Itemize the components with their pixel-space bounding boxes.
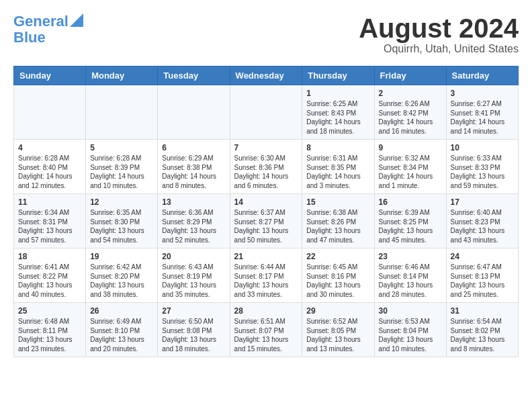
cell-content: Sunrise: 6:53 AM Sunset: 8:04 PM Dayligh… xyxy=(379,317,442,353)
calendar-cell xyxy=(86,85,158,140)
day-number: 24 xyxy=(451,252,514,261)
calendar-cell: 30Sunrise: 6:53 AM Sunset: 8:04 PM Dayli… xyxy=(374,303,446,357)
calendar-cell: 29Sunrise: 6:52 AM Sunset: 8:05 PM Dayli… xyxy=(302,303,374,357)
day-number: 14 xyxy=(234,197,298,207)
calendar-cell: 23Sunrise: 6:46 AM Sunset: 8:14 PM Dayli… xyxy=(374,248,446,303)
cell-content: Sunrise: 6:50 AM Sunset: 8:08 PM Dayligh… xyxy=(162,317,225,353)
cell-content: Sunrise: 6:51 AM Sunset: 8:07 PM Dayligh… xyxy=(234,317,298,353)
day-number: 29 xyxy=(306,306,369,316)
calendar-cell: 15Sunrise: 6:38 AM Sunset: 8:26 PM Dayli… xyxy=(302,194,374,248)
calendar-header-row: SundayMondayTuesdayWednesdayThursdayFrid… xyxy=(14,66,519,85)
calendar-cell: 31Sunrise: 6:54 AM Sunset: 8:02 PM Dayli… xyxy=(446,303,518,357)
day-header-wednesday: Wednesday xyxy=(230,66,302,85)
cell-content: Sunrise: 6:41 AM Sunset: 8:22 PM Dayligh… xyxy=(18,263,81,299)
logo-triangle-icon xyxy=(70,13,83,27)
day-number: 28 xyxy=(234,306,298,316)
cell-content: Sunrise: 6:35 AM Sunset: 8:30 PM Dayligh… xyxy=(90,208,153,244)
calendar-cell: 10Sunrise: 6:33 AM Sunset: 8:33 PM Dayli… xyxy=(446,140,518,194)
day-number: 7 xyxy=(234,143,298,152)
day-number: 31 xyxy=(451,306,514,316)
day-number: 22 xyxy=(306,252,369,261)
calendar-cell: 9Sunrise: 6:32 AM Sunset: 8:34 PM Daylig… xyxy=(374,140,446,194)
calendar-cell: 22Sunrise: 6:45 AM Sunset: 8:16 PM Dayli… xyxy=(302,248,374,303)
cell-content: Sunrise: 6:52 AM Sunset: 8:05 PM Dayligh… xyxy=(306,317,369,353)
cell-content: Sunrise: 6:33 AM Sunset: 8:33 PM Dayligh… xyxy=(451,154,514,190)
calendar-cell: 27Sunrise: 6:50 AM Sunset: 8:08 PM Dayli… xyxy=(158,303,230,357)
logo-text-general: General xyxy=(13,13,69,30)
calendar-cell: 14Sunrise: 6:37 AM Sunset: 8:27 PM Dayli… xyxy=(230,194,302,248)
day-number: 3 xyxy=(451,89,514,98)
calendar-cell: 28Sunrise: 6:51 AM Sunset: 8:07 PM Dayli… xyxy=(230,303,302,357)
cell-content: Sunrise: 6:45 AM Sunset: 8:16 PM Dayligh… xyxy=(306,263,369,299)
calendar-week-row: 1Sunrise: 6:25 AM Sunset: 8:43 PM Daylig… xyxy=(14,85,519,140)
calendar-cell: 2Sunrise: 6:26 AM Sunset: 8:42 PM Daylig… xyxy=(374,85,446,140)
day-header-saturday: Saturday xyxy=(446,66,518,85)
day-header-tuesday: Tuesday xyxy=(158,66,230,85)
cell-content: Sunrise: 6:28 AM Sunset: 8:39 PM Dayligh… xyxy=(90,154,153,190)
calendar-cell: 4Sunrise: 6:28 AM Sunset: 8:40 PM Daylig… xyxy=(14,140,86,194)
calendar-cell: 25Sunrise: 6:48 AM Sunset: 8:11 PM Dayli… xyxy=(14,303,86,357)
calendar-cell: 1Sunrise: 6:25 AM Sunset: 8:43 PM Daylig… xyxy=(302,85,374,140)
calendar-cell: 16Sunrise: 6:39 AM Sunset: 8:25 PM Dayli… xyxy=(374,194,446,248)
cell-content: Sunrise: 6:42 AM Sunset: 8:20 PM Dayligh… xyxy=(90,263,153,299)
calendar-cell: 8Sunrise: 6:31 AM Sunset: 8:35 PM Daylig… xyxy=(302,140,374,194)
day-number: 27 xyxy=(162,306,225,316)
calendar-cell: 6Sunrise: 6:29 AM Sunset: 8:38 PM Daylig… xyxy=(158,140,230,194)
day-number: 26 xyxy=(90,306,153,316)
cell-content: Sunrise: 6:39 AM Sunset: 8:25 PM Dayligh… xyxy=(379,208,442,244)
calendar-cell: 13Sunrise: 6:36 AM Sunset: 8:29 PM Dayli… xyxy=(158,194,230,248)
cell-content: Sunrise: 6:25 AM Sunset: 8:43 PM Dayligh… xyxy=(306,99,369,136)
calendar-cell: 20Sunrise: 6:43 AM Sunset: 8:19 PM Dayli… xyxy=(158,248,230,303)
day-header-monday: Monday xyxy=(86,66,158,85)
calendar-cell: 19Sunrise: 6:42 AM Sunset: 8:20 PM Dayli… xyxy=(86,248,158,303)
calendar-table: SundayMondayTuesdayWednesdayThursdayFrid… xyxy=(13,66,519,357)
day-number: 8 xyxy=(306,143,369,152)
calendar-cell: 5Sunrise: 6:28 AM Sunset: 8:39 PM Daylig… xyxy=(86,140,158,194)
cell-content: Sunrise: 6:31 AM Sunset: 8:35 PM Dayligh… xyxy=(306,154,369,190)
cell-content: Sunrise: 6:48 AM Sunset: 8:11 PM Dayligh… xyxy=(18,317,81,353)
cell-content: Sunrise: 6:29 AM Sunset: 8:38 PM Dayligh… xyxy=(162,154,225,190)
cell-content: Sunrise: 6:36 AM Sunset: 8:29 PM Dayligh… xyxy=(162,208,225,244)
cell-content: Sunrise: 6:28 AM Sunset: 8:40 PM Dayligh… xyxy=(18,154,81,190)
logo: General Blue xyxy=(13,13,83,46)
cell-content: Sunrise: 6:43 AM Sunset: 8:19 PM Dayligh… xyxy=(162,263,225,299)
calendar-week-row: 4Sunrise: 6:28 AM Sunset: 8:40 PM Daylig… xyxy=(14,140,519,194)
calendar-cell xyxy=(14,85,86,140)
location-title: Oquirrh, Utah, United States xyxy=(359,43,519,55)
cell-content: Sunrise: 6:26 AM Sunset: 8:42 PM Dayligh… xyxy=(379,99,442,136)
day-header-thursday: Thursday xyxy=(302,66,374,85)
day-number: 13 xyxy=(162,197,225,207)
cell-content: Sunrise: 6:47 AM Sunset: 8:13 PM Dayligh… xyxy=(451,263,514,299)
day-number: 16 xyxy=(379,197,442,207)
day-number: 15 xyxy=(306,197,369,207)
day-number: 12 xyxy=(90,197,153,207)
calendar-cell: 24Sunrise: 6:47 AM Sunset: 8:13 PM Dayli… xyxy=(446,248,518,303)
calendar-cell: 7Sunrise: 6:30 AM Sunset: 8:36 PM Daylig… xyxy=(230,140,302,194)
day-number: 25 xyxy=(18,306,81,316)
day-number: 1 xyxy=(306,89,369,98)
day-number: 9 xyxy=(379,143,442,152)
day-number: 10 xyxy=(451,143,514,152)
title-area: August 2024 Oquirrh, Utah, United States xyxy=(359,13,519,55)
cell-content: Sunrise: 6:38 AM Sunset: 8:26 PM Dayligh… xyxy=(306,208,369,244)
day-number: 2 xyxy=(379,89,442,98)
day-number: 19 xyxy=(90,252,153,261)
calendar-week-row: 11Sunrise: 6:34 AM Sunset: 8:31 PM Dayli… xyxy=(14,194,519,248)
day-number: 11 xyxy=(18,197,81,207)
day-number: 4 xyxy=(18,143,81,152)
calendar-week-row: 18Sunrise: 6:41 AM Sunset: 8:22 PM Dayli… xyxy=(14,248,519,303)
calendar-cell xyxy=(230,85,302,140)
day-header-friday: Friday xyxy=(374,66,446,85)
day-header-sunday: Sunday xyxy=(14,66,86,85)
logo-text-blue: Blue xyxy=(13,30,46,46)
calendar-cell: 12Sunrise: 6:35 AM Sunset: 8:30 PM Dayli… xyxy=(86,194,158,248)
day-number: 17 xyxy=(451,197,514,207)
calendar-week-row: 25Sunrise: 6:48 AM Sunset: 8:11 PM Dayli… xyxy=(14,303,519,357)
day-number: 18 xyxy=(18,252,81,261)
cell-content: Sunrise: 6:40 AM Sunset: 8:23 PM Dayligh… xyxy=(451,208,514,244)
calendar-cell: 11Sunrise: 6:34 AM Sunset: 8:31 PM Dayli… xyxy=(14,194,86,248)
month-title: August 2024 xyxy=(359,13,519,43)
cell-content: Sunrise: 6:46 AM Sunset: 8:14 PM Dayligh… xyxy=(379,263,442,299)
calendar-cell: 17Sunrise: 6:40 AM Sunset: 8:23 PM Dayli… xyxy=(446,194,518,248)
calendar-cell: 3Sunrise: 6:27 AM Sunset: 8:41 PM Daylig… xyxy=(446,85,518,140)
